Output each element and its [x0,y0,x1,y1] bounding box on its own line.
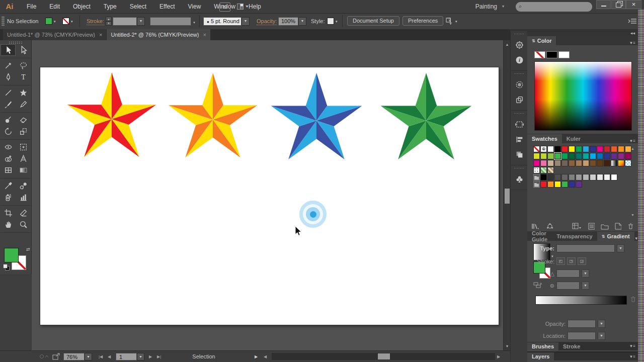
swatch[interactable] [554,181,561,188]
gradient-aspect-caret[interactable]: ▼ [582,282,589,290]
swatch[interactable] [618,153,624,159]
swatch[interactable] [547,181,554,188]
gradient-angle-field[interactable] [556,269,580,278]
stroke-link[interactable]: Stroke: [87,18,104,25]
star-tool[interactable] [16,87,31,99]
swatch[interactable] [540,174,547,180]
gradient-aspect-field[interactable] [556,282,580,290]
hscroll-left-icon[interactable]: ◀ [264,354,267,359]
opacity-caret[interactable]: ▼ [298,17,306,26]
dock-collapse-header[interactable]: ◀◀ [527,31,638,36]
arrange-documents-icon[interactable] [236,3,252,11]
black-swatch[interactable] [546,51,557,58]
swatch[interactable] [569,146,575,152]
pathfinder-icon[interactable] [511,147,528,162]
color-panel-menu-icon[interactable]: ▼≡ [629,41,635,45]
swatch[interactable] [547,146,554,152]
swatch[interactable] [554,160,561,166]
width-tool[interactable] [1,141,16,153]
type-tool[interactable]: T [16,71,31,83]
gradient-opacity-field[interactable] [568,320,596,328]
swatch[interactable] [590,153,596,159]
swap-fill-stroke-icon[interactable]: ⇄ [26,247,30,252]
swatch[interactable] [554,146,561,152]
free-transform-tool[interactable] [16,141,31,153]
hscroll-right-icon[interactable]: ▶ [497,354,500,359]
swatch[interactable] [561,181,568,188]
restore-button[interactable] [611,0,626,9]
menu-file[interactable]: File [20,3,43,10]
style-caret-icon[interactable]: ▾ [336,20,338,24]
brush-definition-field[interactable]: ● 5 pt. Round [203,17,242,26]
horizontal-scrollbar[interactable] [272,353,495,360]
pen-tool[interactable] [1,71,16,83]
rotate-tool[interactable] [1,126,16,137]
swatch[interactable] [576,174,582,180]
swatch[interactable] [569,181,575,188]
first-artboard-icon[interactable]: |◀ [99,354,103,359]
gradient-location-field[interactable] [568,332,596,340]
eyedropper-tool[interactable] [1,180,16,192]
swatch[interactable]: ⊕ [540,146,547,152]
menu-object[interactable]: Object [66,3,97,10]
delete-stop-icon[interactable] [630,296,636,304]
document-setup-button[interactable]: Document Setup [347,16,399,26]
document-tab-1[interactable]: Untitled-1* @ 73% (CMYK/Preview) × [3,29,106,40]
gradient-angle-caret[interactable]: ▼ [582,269,589,278]
color-guide-icon[interactable] [511,37,528,52]
default-fill-stroke-icon[interactable] [3,264,9,270]
hand-tool[interactable] [1,219,16,230]
layers-panel-menu-icon[interactable]: ▼≡ [629,354,635,359]
horizontal-scroll-thumb[interactable] [378,353,390,359]
swatch[interactable] [583,160,589,166]
fill-proxy-swatch[interactable] [4,248,19,262]
swatch[interactable] [561,174,568,180]
brushes-panel-menu-icon[interactable]: ▼≡ [629,344,635,348]
artboards-icon[interactable] [511,117,528,132]
swatch[interactable] [533,153,540,159]
swatch[interactable] [625,153,631,159]
close-button[interactable]: × [626,0,641,9]
swatch[interactable] [576,146,582,152]
direct-selection-tool[interactable] [16,44,31,56]
swatch[interactable] [590,160,596,166]
swatch[interactable] [547,167,554,173]
artboard-number-field[interactable]: 1 [116,353,137,360]
status-expand-icon[interactable]: ▶ [255,354,258,359]
swatch[interactable] [569,160,575,166]
swatch[interactable] [583,153,589,159]
gradient-opacity-caret[interactable]: ▼ [598,320,605,328]
vertical-scroll-thumb[interactable] [505,189,510,204]
swatch[interactable] [547,160,554,166]
document-tab-2[interactable]: Untitled-2* @ 76% (CMYK/Preview) × [107,29,210,40]
menu-view[interactable]: View [182,3,208,10]
stroke-within-button[interactable]: ◰ [556,257,565,265]
swatch[interactable] [533,167,540,173]
color-spectrum[interactable] [534,61,632,131]
canvas-area[interactable] [32,40,503,350]
swatch[interactable] [597,153,603,159]
control-panel-menu-icon[interactable] [628,18,637,26]
swatch[interactable] [569,153,575,159]
menu-select[interactable]: Select [123,3,153,10]
swatch[interactable] [533,146,540,152]
swatch[interactable] [540,181,547,188]
preferences-button[interactable]: Preferences [403,16,443,26]
swatch[interactable] [561,153,568,159]
blend-tool[interactable] [16,180,31,192]
bridge-button[interactable]: Br [219,3,230,12]
swatch[interactable] [597,146,603,152]
tab-brushes[interactable]: Brushes [527,342,558,350]
eraser-tool[interactable] [16,114,31,126]
swatch[interactable] [611,174,617,180]
zoom-caret[interactable]: ▼ [85,353,92,360]
swatch[interactable] [533,160,540,166]
fill-caret-icon[interactable]: ▾ [54,20,56,24]
swatches-panel-menu-icon[interactable]: ▼≡ [629,139,635,143]
swatch[interactable] [547,174,554,180]
tab-kuler[interactable]: Kuler [562,134,585,143]
swatch[interactable] [597,174,603,180]
slice-tool[interactable] [16,207,31,219]
tab-close-icon[interactable]: × [203,32,206,38]
swatch[interactable] [604,153,610,159]
